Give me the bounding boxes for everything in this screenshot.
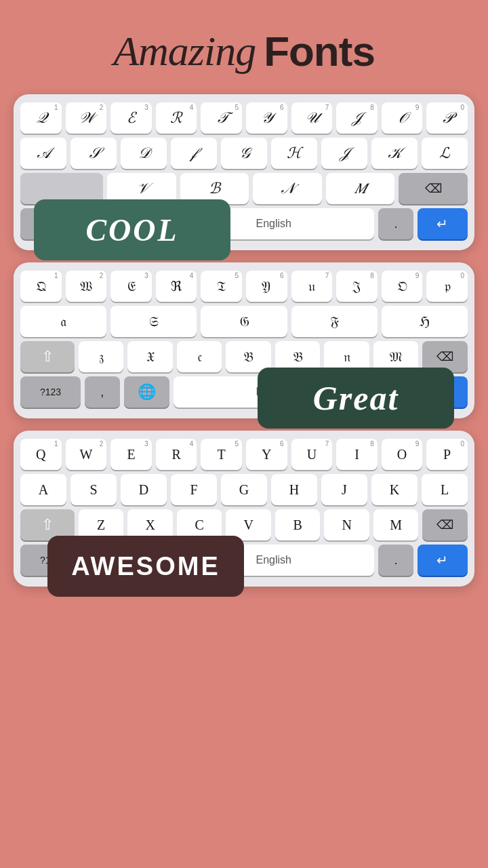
key[interactable]: 4ℜ [156,271,197,302]
key[interactable]: 3ℰ [110,102,152,134]
key[interactable]: 5T [201,439,242,470]
key[interactable]: 6𝒴 [246,102,287,134]
key[interactable]: 𝒦 [371,138,418,169]
key[interactable]: F [171,474,217,505]
key[interactable]: B [275,509,321,540]
key[interactable]: 𝔠 [177,341,222,372]
key[interactable]: 6Y [246,439,287,470]
key[interactable]: 7𝔲 [291,271,333,302]
key[interactable]: 𝒻 [171,138,217,169]
key[interactable]: 3𝔈 [110,271,152,302]
key[interactable]: 𝔷 [79,341,124,372]
kb3-row2: A S D F G H J K L [20,474,468,505]
kb2-row2: 𝔞 𝔖 𝔊 𝔉 ℌ [20,306,468,337]
key[interactable]: D [121,474,167,505]
keyboard-card-3: AWESOME 1Q 2W 3E 4R 5T 6Y 7U 8I 9O 0P A … [14,431,474,587]
key[interactable]: 𝒢 [221,138,267,169]
key[interactable]: M [373,509,419,540]
key[interactable]: 𝒥 [321,138,367,169]
key[interactable]: ℌ [382,306,468,337]
label-great: Great [258,368,454,429]
kb1-row2: 𝒜 𝒮 𝒟 𝒻 𝒢 ℋ 𝒥 𝒦 ℒ [20,138,468,169]
dot-key[interactable]: . [378,545,413,576]
backspace-key[interactable]: ⌫ [422,509,468,540]
key[interactable]: 0𝔭 [426,271,468,302]
key[interactable]: H [271,474,317,505]
key[interactable]: 𝒟 [121,138,167,169]
keyboard-card-2: Great 1𝔔 2𝔚 3𝔈 4ℜ 5𝔗 6𝔜 7𝔲 8𝔍 9𝔒 0𝔭 𝔞 𝔖 … [14,262,474,418]
key[interactable]: 𝑀 [326,173,395,204]
key[interactable]: G [221,474,267,505]
return-key[interactable]: ↵ [418,208,468,239]
key[interactable]: 4R [156,439,197,470]
label-awesome: AWESOME [47,536,244,597]
title-cursive: Amazing [113,27,256,75]
key[interactable]: 8𝒥 [336,102,378,134]
key[interactable]: 𝒩 [253,173,322,204]
key[interactable]: ℒ [422,138,468,169]
key[interactable]: 𝒮 [70,138,117,169]
key[interactable]: S [70,474,117,505]
keyboard-card-1: COOL 1𝒬 2𝒲 3ℰ 4ℛ 5𝒯 6𝒴 7𝒰 8𝒥 9𝒪 0𝒫 𝒜 𝒮 𝒟… [14,94,474,250]
key[interactable]: 2𝔚 [66,271,107,302]
key[interactable]: 3E [110,439,152,470]
comma-key[interactable]: , [85,376,120,408]
key[interactable]: J [321,474,367,505]
key[interactable]: 𝔛 [127,341,173,372]
key[interactable]: 8I [336,439,378,470]
key[interactable]: 1𝔔 [20,271,62,302]
key[interactable]: 8𝔍 [336,271,378,302]
kb2-row1: 1𝔔 2𝔚 3𝔈 4ℜ 5𝔗 6𝔜 7𝔲 8𝔍 9𝔒 0𝔭 [20,271,468,302]
key[interactable]: 1𝒬 [20,102,62,134]
header: Amazing Fonts [113,27,375,75]
shift-key[interactable]: ⇧ [20,341,75,372]
key[interactable]: A [20,474,66,505]
label-cool: COOL [34,199,230,260]
key[interactable]: 4ℛ [156,102,197,134]
key[interactable]: N [324,509,369,540]
key[interactable]: L [422,474,468,505]
kb3-row1: 1Q 2W 3E 4R 5T 6Y 7U 8I 9O 0P [20,439,468,470]
key[interactable]: 𝔞 [20,306,106,337]
key[interactable]: 2𝒲 [66,102,107,134]
key[interactable]: 9O [382,439,423,470]
key[interactable]: 𝔉 [291,306,378,337]
key[interactable]: 0𝒫 [426,102,468,134]
key[interactable]: 𝔖 [110,306,197,337]
key[interactable]: 9𝔒 [382,271,423,302]
kb1-row1: 1𝒬 2𝒲 3ℰ 4ℛ 5𝒯 6𝒴 7𝒰 8𝒥 9𝒪 0𝒫 [20,102,468,134]
key[interactable]: 𝒜 [20,138,66,169]
key[interactable]: 0P [426,439,468,470]
key[interactable]: 7𝒰 [291,102,333,134]
key[interactable]: 𝔊 [201,306,287,337]
return-key[interactable]: ↵ [418,545,468,576]
key[interactable]: 7U [291,439,333,470]
key[interactable]: 2W [66,439,107,470]
num-key[interactable]: ?123 [20,376,81,408]
globe-key[interactable]: 🌐 [124,376,169,408]
key[interactable]: K [371,474,418,505]
key[interactable]: 6𝔜 [246,271,287,302]
dot-key[interactable]: . [378,208,413,239]
key[interactable]: 5𝒯 [201,102,242,134]
backspace-key[interactable]: ⌫ [399,173,468,204]
key[interactable]: 9𝒪 [382,102,423,134]
key[interactable]: ℋ [271,138,317,169]
key[interactable]: 5𝔗 [201,271,242,302]
key[interactable]: 1Q [20,439,62,470]
title-bold: Fonts [264,27,375,75]
